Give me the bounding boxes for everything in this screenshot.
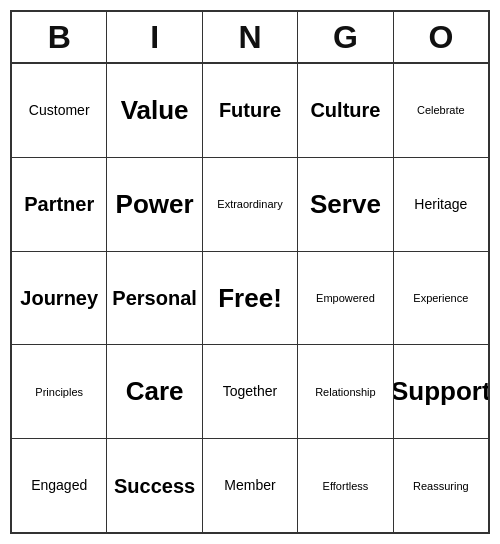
bingo-row-0: CustomerValueFutureCultureCelebrate: [12, 64, 488, 158]
cell-text-0-4: Celebrate: [417, 104, 465, 116]
cell-text-4-0: Engaged: [31, 478, 87, 493]
bingo-cell-0-0: Customer: [12, 64, 107, 157]
cell-text-0-0: Customer: [29, 103, 90, 118]
cell-text-1-4: Heritage: [414, 197, 467, 212]
cell-text-3-3: Relationship: [315, 386, 376, 398]
bingo-cell-3-0: Principles: [12, 345, 107, 438]
bingo-cell-2-3: Empowered: [298, 252, 393, 345]
bingo-cell-2-0: Journey: [12, 252, 107, 345]
bingo-cell-4-3: Effortless: [298, 439, 393, 532]
cell-text-0-1: Value: [121, 96, 189, 125]
bingo-cell-3-2: Together: [203, 345, 298, 438]
bingo-cell-1-3: Serve: [298, 158, 393, 251]
bingo-cell-0-2: Future: [203, 64, 298, 157]
cell-text-0-2: Future: [219, 99, 281, 121]
bingo-row-1: PartnerPowerExtraordinaryServeHeritage: [12, 158, 488, 252]
cell-text-1-2: Extraordinary: [217, 198, 282, 210]
cell-text-2-3: Empowered: [316, 292, 375, 304]
bingo-grid: CustomerValueFutureCultureCelebratePartn…: [12, 64, 488, 532]
bingo-header: BINGO: [12, 12, 488, 64]
bingo-cell-2-1: Personal: [107, 252, 202, 345]
cell-text-0-3: Culture: [310, 99, 380, 121]
bingo-cell-1-1: Power: [107, 158, 202, 251]
cell-text-2-0: Journey: [20, 287, 98, 309]
cell-text-4-3: Effortless: [323, 480, 369, 492]
bingo-cell-1-0: Partner: [12, 158, 107, 251]
bingo-cell-2-4: Experience: [394, 252, 488, 345]
bingo-cell-4-4: Reassuring: [394, 439, 488, 532]
bingo-cell-0-1: Value: [107, 64, 202, 157]
bingo-cell-3-3: Relationship: [298, 345, 393, 438]
bingo-cell-2-2: Free!: [203, 252, 298, 345]
bingo-card: BINGO CustomerValueFutureCultureCelebrat…: [10, 10, 490, 534]
header-letter-i: I: [107, 12, 202, 62]
cell-text-4-1: Success: [114, 475, 195, 497]
cell-text-1-0: Partner: [24, 193, 94, 215]
cell-text-3-2: Together: [223, 384, 277, 399]
header-letter-g: G: [298, 12, 393, 62]
cell-text-3-4: Support: [394, 377, 488, 406]
header-letter-n: N: [203, 12, 298, 62]
cell-text-4-2: Member: [224, 478, 275, 493]
bingo-cell-1-4: Heritage: [394, 158, 488, 251]
bingo-cell-3-4: Support: [394, 345, 488, 438]
cell-text-3-1: Care: [126, 377, 184, 406]
bingo-cell-3-1: Care: [107, 345, 202, 438]
bingo-cell-4-1: Success: [107, 439, 202, 532]
bingo-cell-0-3: Culture: [298, 64, 393, 157]
cell-text-2-2: Free!: [218, 284, 282, 313]
header-letter-o: O: [394, 12, 488, 62]
header-letter-b: B: [12, 12, 107, 62]
bingo-row-2: JourneyPersonalFree!EmpoweredExperience: [12, 252, 488, 346]
bingo-cell-4-2: Member: [203, 439, 298, 532]
bingo-cell-1-2: Extraordinary: [203, 158, 298, 251]
bingo-row-3: PrinciplesCareTogetherRelationshipSuppor…: [12, 345, 488, 439]
cell-text-2-1: Personal: [112, 287, 196, 309]
bingo-cell-0-4: Celebrate: [394, 64, 488, 157]
cell-text-1-1: Power: [116, 190, 194, 219]
bingo-row-4: EngagedSuccessMemberEffortlessReassuring: [12, 439, 488, 532]
cell-text-1-3: Serve: [310, 190, 381, 219]
bingo-cell-4-0: Engaged: [12, 439, 107, 532]
cell-text-3-0: Principles: [35, 386, 83, 398]
cell-text-4-4: Reassuring: [413, 480, 469, 492]
cell-text-2-4: Experience: [413, 292, 468, 304]
